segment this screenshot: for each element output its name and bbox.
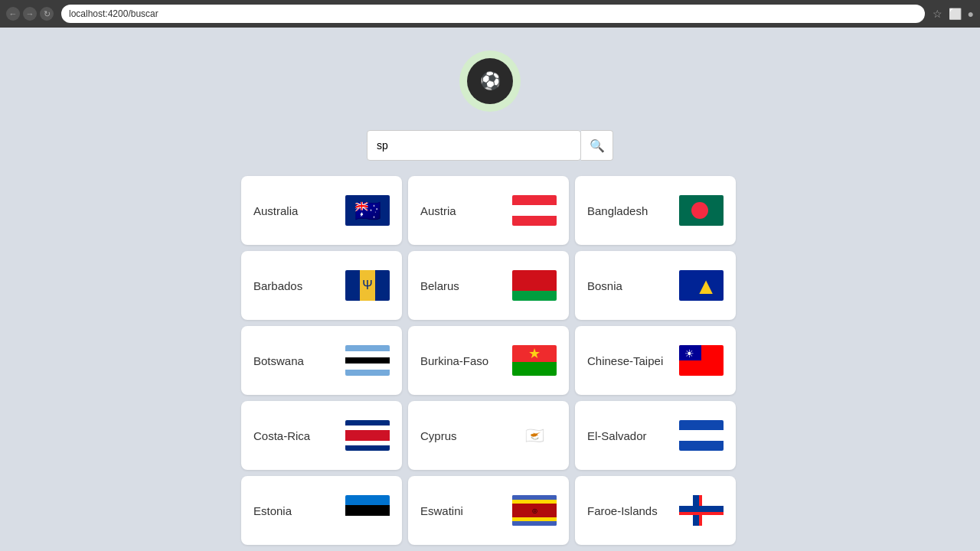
country-name-burkina-faso: Burkina-Faso xyxy=(420,354,488,367)
window-icon[interactable]: ⬜ xyxy=(949,8,962,20)
country-name-barbados: Barbados xyxy=(253,279,302,292)
star-icon[interactable]: ☆ xyxy=(933,8,942,20)
search-input[interactable] xyxy=(367,130,581,161)
flag-estonia xyxy=(345,495,390,526)
address-bar[interactable]: localhost:4200/buscar xyxy=(61,5,925,23)
country-card-estonia[interactable]: Estonia xyxy=(241,476,402,545)
country-name-bangladesh: Bangladesh xyxy=(587,204,648,217)
country-card-australia[interactable]: Australia 🇦🇺 xyxy=(241,176,402,245)
profile-icon[interactable]: ● xyxy=(968,8,974,20)
flag-botswana xyxy=(345,345,390,376)
country-card-bangladesh[interactable]: Bangladesh xyxy=(575,176,736,245)
flag-australia: 🇦🇺 xyxy=(345,195,390,226)
country-card-burkina-faso[interactable]: Burkina-Faso ★ xyxy=(408,326,569,395)
country-card-belarus[interactable]: Belarus xyxy=(408,251,569,320)
flag-austria xyxy=(512,195,557,226)
flag-bosnia xyxy=(679,270,724,301)
country-name-eswatini: Eswatini xyxy=(420,504,463,517)
browser-nav-controls: ← → ↻ xyxy=(6,7,54,21)
flag-el-salvador xyxy=(679,420,724,451)
country-card-faroe-islands[interactable]: Faroe-Islands xyxy=(575,476,736,545)
country-card-eswatini[interactable]: Eswatini ◎ xyxy=(408,476,569,545)
search-button[interactable]: 🔍 xyxy=(581,130,613,161)
countries-grid: Australia 🇦🇺 Austria Bangladesh Barbados xyxy=(241,176,739,551)
search-bar: 🔍 xyxy=(367,130,613,161)
back-btn[interactable]: ← xyxy=(6,7,20,21)
forward-btn[interactable]: → xyxy=(23,7,37,21)
country-name-austria: Austria xyxy=(420,204,456,217)
reload-btn[interactable]: ↻ xyxy=(40,7,54,21)
country-name-bosnia: Bosnia xyxy=(587,279,622,292)
browser-action-icons: ☆ ⬜ ● xyxy=(933,8,974,20)
country-card-costa-rica[interactable]: Costa-Rica xyxy=(241,401,402,470)
country-card-bosnia[interactable]: Bosnia xyxy=(575,251,736,320)
url-text: localhost:4200/buscar xyxy=(69,8,158,19)
flag-belarus xyxy=(512,270,557,301)
logo-icon xyxy=(467,58,513,104)
country-name-faroe-islands: Faroe-Islands xyxy=(587,504,658,517)
country-name-botswana: Botswana xyxy=(253,354,304,367)
country-name-cyprus: Cyprus xyxy=(420,429,457,442)
country-card-botswana[interactable]: Botswana xyxy=(241,326,402,395)
country-card-el-salvador[interactable]: El-Salvador xyxy=(575,401,736,470)
flag-chinese-taipei xyxy=(679,345,724,376)
flag-faroe-islands xyxy=(679,495,724,526)
flag-barbados: Ψ xyxy=(345,270,390,301)
country-card-austria[interactable]: Austria xyxy=(408,176,569,245)
country-name-belarus: Belarus xyxy=(420,279,459,292)
country-name-australia: Australia xyxy=(253,204,298,217)
flag-costa-rica xyxy=(345,420,390,451)
flag-eswatini: ◎ xyxy=(512,495,557,526)
country-card-chinese-taipei[interactable]: Chinese-Taipei xyxy=(575,326,736,395)
flag-burkina-faso: ★ xyxy=(512,345,557,376)
country-name-chinese-taipei: Chinese-Taipei xyxy=(587,354,663,367)
logo-container xyxy=(459,51,521,112)
main-page: 🔍 Australia 🇦🇺 Austria Bangladesh xyxy=(0,28,980,551)
browser-chrome: ← → ↻ localhost:4200/buscar ☆ ⬜ ● xyxy=(0,0,980,28)
country-name-el-salvador: El-Salvador xyxy=(587,429,647,442)
country-card-barbados[interactable]: Barbados Ψ xyxy=(241,251,402,320)
country-name-costa-rica: Costa-Rica xyxy=(253,429,310,442)
flag-bangladesh xyxy=(679,195,724,226)
country-name-estonia: Estonia xyxy=(253,504,292,517)
flag-cyprus: 🇨🇾 xyxy=(512,420,557,451)
country-card-cyprus[interactable]: Cyprus 🇨🇾 xyxy=(408,401,569,470)
